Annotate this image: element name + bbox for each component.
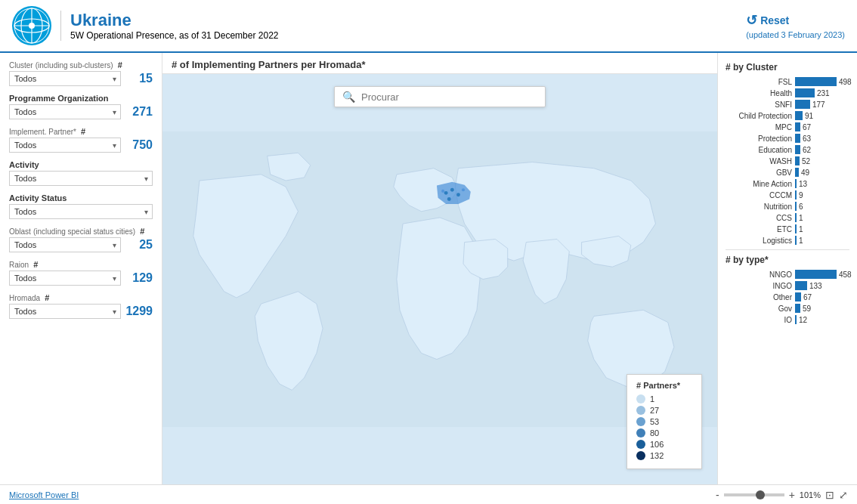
oblast-count: 25 <box>125 238 153 252</box>
reset-button[interactable]: ↺ Reset <box>746 12 789 29</box>
type-bar-wrap: 133 <box>795 281 849 290</box>
oblast-filter-group: Oblast (including special status cities)… <box>9 227 153 252</box>
programme-org-label: Programme Organization <box>9 94 153 103</box>
powerbi-link[interactable]: Microsoft Power BI <box>9 490 79 499</box>
activity-label: Activity <box>9 160 153 169</box>
zoom-plus-button[interactable]: + <box>789 489 795 501</box>
type-value: 59 <box>803 305 811 313</box>
hromada-select[interactable]: Todos <box>9 304 121 319</box>
programme-org-select[interactable]: Todos <box>9 104 121 119</box>
type-bar-wrap: 59 <box>795 304 849 313</box>
cluster-filter-row: Todos ▾ 15 <box>9 71 153 86</box>
legend-item: 53 <box>636 417 692 426</box>
zoom-controls: - + 101% ⊡ ⤢ <box>716 489 848 501</box>
fit-view-icon[interactable]: ⊡ <box>825 489 834 501</box>
implement-partner-filter-group: Implement. Partner* # Todos ▾ 750 <box>9 127 153 153</box>
activity-select[interactable]: Todos <box>9 171 153 186</box>
activity-select-wrap: Todos ▾ <box>9 171 153 186</box>
cluster-value: 52 <box>802 157 810 165</box>
svg-point-9 <box>456 193 460 196</box>
cluster-bar-row: Child Protection 91 <box>726 111 849 120</box>
activity-status-filter-group: Activity Status Todos ▾ <box>9 193 153 219</box>
cluster-bar-wrap: 1 <box>795 224 849 233</box>
cluster-value: 6 <box>799 203 803 211</box>
cluster-bar-wrap: 498 <box>795 77 852 86</box>
cluster-bar-row: Education 62 <box>726 145 849 154</box>
cluster-label-text: Education <box>726 146 792 154</box>
search-icon: 🔍 <box>342 91 355 103</box>
cluster-bar-row: Nutrition 6 <box>726 202 849 211</box>
cluster-bar <box>795 111 803 120</box>
cluster-select-wrap: Todos ▾ <box>9 71 121 86</box>
cluster-value: 498 <box>839 78 852 86</box>
cluster-bar-wrap: 177 <box>795 100 849 109</box>
type-label-text: IO <box>726 316 792 324</box>
reset-label: Reset <box>760 14 789 26</box>
activity-filter-row: Todos ▾ <box>9 171 153 186</box>
type-bar-row: Gov 59 <box>726 304 849 313</box>
cluster-bar-row: CCS 1 <box>726 213 849 222</box>
type-bar-wrap: 12 <box>795 315 849 324</box>
zoom-slider[interactable] <box>724 493 784 496</box>
cluster-label: Cluster (including sub-clusters) # <box>9 60 153 70</box>
zoom-minus-button[interactable]: - <box>716 489 719 501</box>
cluster-value: 62 <box>803 146 811 154</box>
activity-status-select[interactable]: Todos <box>9 204 153 219</box>
raion-select[interactable]: Todos <box>9 271 121 286</box>
cluster-value: 1 <box>799 237 803 245</box>
implement-partner-select-wrap: Todos ▾ <box>9 138 121 153</box>
cluster-label-text: Child Protection <box>726 112 792 120</box>
cluster-label-text: GBV <box>726 169 792 177</box>
legend-label: 27 <box>650 406 659 415</box>
legend-dot <box>636 406 645 415</box>
divider <box>726 249 849 250</box>
cluster-label-text: ETC <box>726 225 792 233</box>
type-bars: NNGO 458 INGO 133 Other 67 Gov 59 <box>726 270 849 324</box>
map-legend: # Partners* 1275380106132 <box>627 374 702 469</box>
cluster-bar <box>795 179 797 188</box>
oblast-select[interactable]: Todos <box>9 237 121 252</box>
cluster-value: 231 <box>817 89 830 97</box>
legend-item: 132 <box>636 451 692 460</box>
map-container[interactable]: 🔍 # Partners* 1275380106132 <box>162 74 717 484</box>
type-label-text: Gov <box>726 305 792 313</box>
type-value: 133 <box>809 282 822 290</box>
cluster-bar-wrap: 1 <box>795 236 849 245</box>
cluster-select[interactable]: Todos <box>9 71 121 86</box>
cluster-bar-row: GBV 49 <box>726 168 849 177</box>
right-panel: # by Cluster FSL 498 Health 231 SNFI 177… <box>717 53 857 484</box>
hromada-filter-row: Todos ▾ 1299 <box>9 304 153 319</box>
cluster-bar-wrap: 6 <box>795 202 849 211</box>
type-bar-row: NNGO 458 <box>726 270 849 279</box>
fullscreen-icon[interactable]: ⤢ <box>839 489 848 501</box>
cluster-bar-row: CCCM 9 <box>726 190 849 199</box>
cluster-bar-wrap: 63 <box>795 134 849 143</box>
updated-text: (updated 3 February 2023) <box>746 30 845 39</box>
cluster-value: 91 <box>805 112 813 120</box>
type-bar-wrap: 458 <box>795 270 852 279</box>
cluster-value: 63 <box>803 135 811 143</box>
cluster-bar <box>795 134 800 143</box>
svg-point-12 <box>462 188 465 191</box>
ocha-logo <box>12 6 51 45</box>
bottom-bar: Microsoft Power BI - + 101% ⊡ ⤢ <box>0 484 857 504</box>
implement-partner-select[interactable]: Todos <box>9 138 121 153</box>
legend-item: 27 <box>636 406 692 415</box>
cluster-bar-row: Logistics 1 <box>726 236 849 245</box>
map-title: # of Implementing Partners per Hromada* <box>162 53 717 74</box>
raion-filter-row: Todos ▾ 129 <box>9 271 153 286</box>
hromada-count: 1299 <box>125 305 153 318</box>
type-bar <box>795 304 800 313</box>
cluster-bar-wrap: 13 <box>795 179 849 188</box>
legend-label: 106 <box>650 440 664 449</box>
header-title: Ukraine 5W Operational Presence, as of 3… <box>60 11 278 41</box>
legend-item: 80 <box>636 428 692 438</box>
oblast-select-wrap: Todos ▾ <box>9 237 121 252</box>
programme-org-count: 271 <box>125 105 153 119</box>
legend-label: 80 <box>650 428 659 438</box>
cluster-bar <box>795 145 800 154</box>
cluster-bar <box>795 122 800 131</box>
reset-icon: ↺ <box>746 12 757 29</box>
search-input[interactable] <box>361 91 537 103</box>
cluster-value: 13 <box>799 180 807 188</box>
